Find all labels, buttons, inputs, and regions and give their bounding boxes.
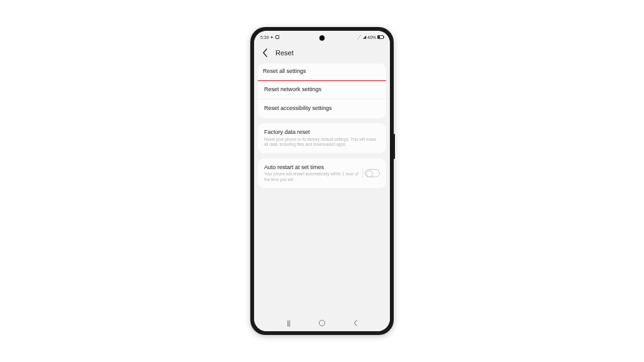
auto-restart-toggle[interactable]	[365, 169, 380, 177]
home-icon	[319, 320, 325, 326]
factory-data-reset-sub: Reset your phone to its factory default …	[264, 137, 380, 148]
back-nav-button[interactable]	[348, 315, 363, 331]
status-time: 5:39	[260, 35, 269, 40]
signal-icon: ◢	[363, 35, 366, 40]
recents-icon: |||	[287, 320, 290, 327]
battery-text: 40%	[367, 35, 376, 40]
auto-restart-item[interactable]: Auto restart at set times Your phone wil…	[258, 158, 386, 189]
home-button[interactable]	[314, 315, 330, 331]
screen: 5:39 ▸ ⋰ ◢ 40% Reset	[254, 31, 390, 331]
status-right: ⋰ ◢ 40%	[357, 35, 384, 40]
chevron-left-icon	[352, 319, 358, 327]
app-header: Reset	[254, 43, 390, 63]
reset-network-settings-item[interactable]: Reset network settings	[258, 80, 386, 99]
reset-accessibility-settings-label: Reset accessibility settings	[264, 105, 380, 112]
content-area: Reset all settings Reset network setting…	[254, 63, 390, 315]
factory-data-reset-label: Factory data reset	[264, 129, 380, 136]
status-app-icon	[275, 35, 279, 39]
reset-options-card: Reset all settings Reset network setting…	[258, 63, 386, 118]
factory-reset-card: Factory data reset Reset your phone to i…	[258, 123, 386, 153]
status-left: 5:39 ▸	[260, 35, 279, 40]
phone-side-button	[394, 134, 395, 159]
back-button[interactable]	[260, 48, 269, 57]
page-title: Reset	[275, 49, 294, 57]
reset-all-settings-item[interactable]: Reset all settings	[258, 63, 386, 81]
factory-data-reset-item[interactable]: Factory data reset Reset your phone to i…	[258, 123, 386, 153]
camera-cutout	[319, 35, 325, 41]
auto-restart-card: Auto restart at set times Your phone wil…	[258, 158, 386, 189]
reset-network-settings-label: Reset network settings	[264, 86, 380, 94]
battery-icon	[377, 35, 384, 39]
chevron-left-icon	[262, 48, 268, 57]
navigation-bar: |||	[254, 315, 390, 331]
recents-button[interactable]: |||	[281, 315, 296, 331]
phone-frame: 5:39 ▸ ⋰ ◢ 40% Reset	[250, 27, 394, 335]
video-icon: ▸	[271, 35, 274, 40]
toggle-divider	[362, 168, 363, 178]
auto-restart-sub: Your phone will restart automatically wi…	[264, 172, 361, 182]
reset-all-settings-label: Reset all settings	[263, 68, 381, 75]
wifi-icon: ⋰	[357, 35, 362, 40]
auto-restart-label: Auto restart at set times	[264, 164, 361, 172]
reset-accessibility-settings-item[interactable]: Reset accessibility settings	[258, 99, 386, 118]
